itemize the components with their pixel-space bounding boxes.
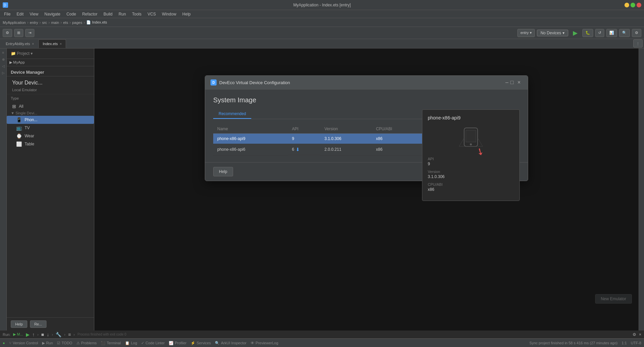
sidebar-header: 📁 Project ▾ [7, 48, 94, 59]
footer-help-btn[interactable]: Help [213, 167, 233, 176]
toolbar-indent-btn[interactable]: ⇥ [25, 29, 34, 37]
left-panel-icon-3[interactable]: ◁ [1, 63, 6, 69]
run-list-btn[interactable]: ≡ [68, 332, 71, 337]
run-wrench-btn[interactable]: 🔧 [56, 332, 61, 337]
toolbar-layout-btn[interactable]: ⊞ [14, 29, 23, 37]
search-toolbar-btn[interactable]: 🔍 [619, 29, 630, 37]
run-arrow-1: › [37, 333, 39, 337]
sidebar-bottom-btns: Help Re... [7, 317, 94, 331]
tab-entryability[interactable]: EntryAbility.ets × [1, 39, 38, 48]
menu-run[interactable]: Run [116, 11, 129, 17]
breadcrumb-myapp[interactable]: MyApplication [3, 21, 26, 25]
breadcrumb-pages[interactable]: pages [72, 21, 82, 25]
title-bar: D MyApplication - Index.ets [entry] [0, 0, 644, 10]
problems-item[interactable]: ⚠ Problems [76, 341, 97, 345]
maximize-button[interactable] [631, 3, 635, 7]
menu-tools[interactable]: Tools [129, 11, 144, 17]
modal-minimize-btn[interactable]: – [505, 79, 508, 86]
modal-tab-recommended[interactable]: Recommended [213, 109, 251, 119]
toolbar-settings-btn[interactable]: ⚙ [3, 29, 12, 37]
menu-window[interactable]: Window [159, 11, 179, 17]
run-down-btn[interactable]: ↓ [47, 332, 49, 337]
todo-item[interactable]: ☑ TODO [57, 341, 72, 345]
left-panel-icon-4[interactable]: ▷ [1, 70, 6, 75]
menu-refactor[interactable]: Refactor [79, 11, 100, 17]
menu-build[interactable]: Build [101, 11, 115, 17]
menu-file[interactable]: File [1, 11, 13, 17]
terminal-item[interactable]: ⬛ Terminal [101, 341, 121, 345]
tabs-more-btn[interactable]: ⋮ [633, 39, 643, 47]
left-panel-icon-1[interactable]: ≡ [1, 50, 6, 55]
minimize-button[interactable] [624, 3, 629, 7]
breadcrumb-main[interactable]: main [51, 21, 59, 25]
close-button[interactable] [637, 3, 641, 7]
services-icon: ⚡ [191, 341, 195, 345]
modal-icon: D [211, 79, 217, 85]
table-row[interactable]: phone-x86-api9 9 3.1.0.306 x86 [213, 134, 422, 144]
system-image-title: System Image [213, 96, 520, 104]
debug-btn[interactable]: 🐛 [582, 29, 593, 37]
code-linter-item[interactable]: ✓ Code Linter [141, 341, 165, 345]
run-close-btn[interactable]: × [639, 332, 641, 337]
left-panel: ≡ ⊕ ◁ ▷ [0, 48, 7, 331]
menu-edit[interactable]: Edit [14, 11, 26, 17]
profile-btn[interactable]: 📊 [606, 29, 617, 37]
tab-entryability-close[interactable]: × [32, 42, 34, 46]
tab-index-label: Index.ets [43, 42, 58, 46]
category-tablet[interactable]: ⬜ Table [7, 140, 94, 148]
row2-api: 6 ⬇ [288, 144, 320, 155]
previewer-log-item[interactable]: 👁 PreviewerLog [251, 341, 278, 345]
run-up-btn[interactable]: ↑ [32, 332, 35, 337]
run-stop-btn[interactable]: ■ [41, 332, 44, 337]
run-play-btn[interactable]: ▶ [26, 332, 30, 337]
left-panel-icon-2[interactable]: ⊕ [1, 57, 6, 62]
settings-toolbar-btn[interactable]: ⚙ [632, 29, 641, 37]
no-devices-btn[interactable]: No Devices ▾ [537, 30, 568, 36]
category-phone[interactable]: 📱 Phon... [7, 116, 94, 124]
breadcrumb-ets[interactable]: ets [63, 21, 68, 25]
version-control-item[interactable]: ⑂ Version Control [9, 341, 38, 345]
table-row[interactable]: phone-x86-api6 6 ⬇ 2.0.0.211 x86 [213, 144, 422, 155]
window-controls [624, 3, 641, 7]
menu-vcs[interactable]: VCS [145, 11, 159, 17]
menu-navigate[interactable]: Navigate [42, 11, 63, 17]
breadcrumb-src[interactable]: src [42, 21, 47, 25]
modal-maximize-btn[interactable]: □ [510, 79, 514, 86]
run-settings-btn[interactable]: ⚙ [633, 332, 636, 337]
run-bar: Run: ▶ M... ▶ ↑ › ■ ↓ › 🔧 › ≡ › Process … [0, 331, 644, 339]
log-item[interactable]: 📋 Log [125, 341, 137, 345]
tablet-icon: ⬜ [16, 141, 22, 147]
category-wear[interactable]: ⌚ Wear [7, 132, 94, 140]
profiler-item[interactable]: 📈 Profiler [169, 341, 187, 345]
run-btn[interactable]: ▶ [570, 29, 580, 37]
breadcrumb-index[interactable]: 📄 Index.ets [86, 20, 107, 25]
breadcrumb-entry[interactable]: entry [30, 21, 38, 25]
sidebar-restore-btn[interactable]: Re... [30, 320, 46, 328]
code-linter-label: Code Linter [146, 341, 165, 345]
content-area: New Emulator D DevEco Virtual Device Con… [94, 48, 639, 331]
services-item[interactable]: ⚡ Services [191, 341, 211, 345]
arkui-inspector-item[interactable]: 🔍 ArkUI Inspector [215, 341, 247, 345]
tab-index[interactable]: Index.ets × [38, 39, 66, 48]
reload-btn[interactable]: ↺ [595, 29, 604, 37]
category-tv[interactable]: 📺 TV [7, 124, 94, 132]
menu-help[interactable]: Help [180, 11, 193, 17]
position-indicator: 1:1 [622, 341, 627, 345]
tab-index-close[interactable]: × [60, 42, 62, 46]
entry-config-btn[interactable]: entry ▾ [517, 29, 535, 37]
myapp-tree-root[interactable]: ▶ MyApp [7, 59, 94, 66]
run-status-item[interactable]: ▶ Run [42, 341, 53, 345]
profiler-label: Profiler [175, 341, 187, 345]
category-all[interactable]: ⊞ All [7, 102, 94, 110]
detail-cpu-field: CPU/ABI x86 [428, 182, 514, 192]
run-status-icon: ▶ [42, 341, 45, 345]
app-icon: D [3, 2, 8, 8]
run-arrow-4: › [73, 333, 75, 337]
menu-view[interactable]: View [27, 11, 41, 17]
modal-title-text: DevEco Virtual Device Configuration [219, 80, 505, 85]
detail-api-field: API 9 [428, 157, 514, 166]
log-label: Log [131, 341, 137, 345]
sidebar-help-btn[interactable]: Help [11, 320, 27, 328]
menu-code[interactable]: Code [64, 11, 79, 17]
modal-close-btn[interactable]: × [516, 79, 522, 86]
